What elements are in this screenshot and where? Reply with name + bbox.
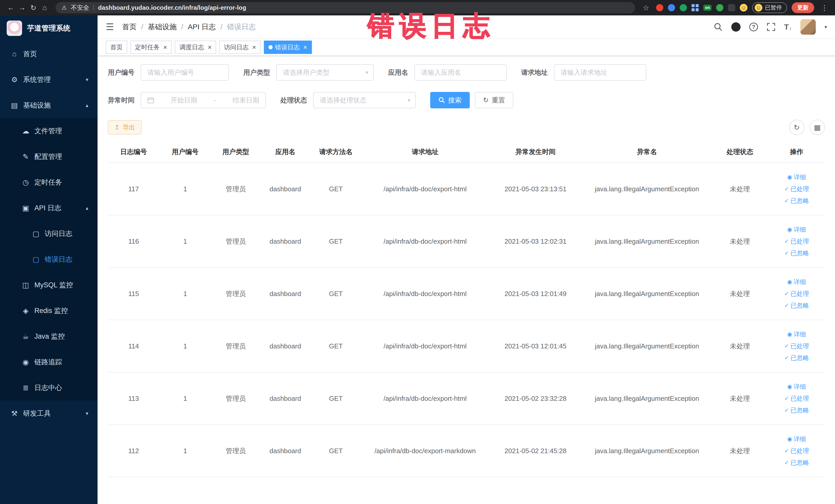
- reset-button[interactable]: ↻ 重置: [475, 92, 513, 108]
- not-secure-label: 不安全: [71, 4, 89, 12]
- back-icon[interactable]: ←: [5, 4, 16, 12]
- ignored-link[interactable]: ✓已忽略: [784, 354, 809, 362]
- user-id-input[interactable]: [141, 64, 229, 81]
- processed-link[interactable]: ✓已处理: [784, 342, 809, 350]
- close-icon[interactable]: ×: [303, 44, 307, 51]
- search-icon[interactable]: [714, 23, 722, 31]
- user-type-select[interactable]: 请选择用户类型 ▾: [276, 64, 374, 81]
- bookmark-star-icon[interactable]: ☆: [640, 4, 651, 12]
- extension-blue-icon[interactable]: [668, 4, 675, 11]
- active-tab-dot: [268, 45, 272, 49]
- detail-link[interactable]: ◉详细: [787, 225, 806, 234]
- collapse-sidebar-icon[interactable]: ☰: [106, 22, 114, 32]
- reload-icon[interactable]: ↻: [28, 4, 39, 12]
- sidebar-item-infrastructure[interactable]: ▤基础设施▴: [0, 93, 98, 118]
- sidebar-item-trace[interactable]: ◉链路追踪: [0, 349, 98, 375]
- detail-link[interactable]: ◉详细: [787, 435, 806, 443]
- processed-link[interactable]: ✓已处理: [784, 237, 809, 245]
- date-range-picker[interactable]: 开始日期 - 结束日期: [141, 92, 266, 108]
- ignored-link[interactable]: ✓已忽略: [784, 249, 809, 257]
- breadcrumb-item[interactable]: 首页: [122, 22, 137, 32]
- cell-user_id: 1: [159, 425, 211, 477]
- table-header-row: 日志编号用户编号用户类型应用名请求方法名请求地址异常发生时间异常名处理状态操作: [108, 141, 825, 163]
- close-icon[interactable]: ×: [208, 44, 211, 51]
- close-icon[interactable]: ×: [163, 44, 167, 51]
- export-button[interactable]: ↥ 导出: [108, 120, 142, 135]
- processed-link[interactable]: ✓已处理: [784, 185, 809, 193]
- avatar-caret-down-icon[interactable]: ▾: [824, 24, 827, 30]
- app-name-input[interactable]: [414, 64, 507, 81]
- sidebar-item-file-mgmt[interactable]: ☁文件管理: [0, 118, 98, 144]
- logo-image: [7, 21, 22, 36]
- detail-link[interactable]: ◉详细: [787, 278, 806, 286]
- extension-on-badge[interactable]: on: [703, 5, 712, 11]
- app-logo[interactable]: 芋道管理系统: [0, 15, 98, 41]
- font-size-icon[interactable]: T↕: [784, 23, 792, 31]
- extension-dark-icon[interactable]: [728, 4, 735, 11]
- processed-link[interactable]: ✓已处理: [784, 447, 809, 455]
- chevron-up-icon: ▴: [86, 102, 88, 108]
- processed-link[interactable]: ✓已处理: [784, 395, 809, 403]
- browser-menu-icon[interactable]: ⋮: [819, 4, 830, 12]
- ignored-link[interactable]: ✓已忽略: [784, 459, 809, 467]
- action-label: 详细: [794, 225, 806, 234]
- address-bar[interactable]: ⚠ 不安全 dashboard.yudao.iocoder.cn/infra/l…: [56, 2, 635, 13]
- extension-green-icon[interactable]: [680, 4, 687, 11]
- tab-access-log[interactable]: 访问日志×: [219, 41, 261, 54]
- columns-icon[interactable]: ▦: [810, 120, 825, 135]
- tab-job[interactable]: 定时任务×: [130, 41, 172, 54]
- avatar[interactable]: [800, 19, 816, 35]
- job-icon: ◷: [22, 178, 30, 187]
- tab-home[interactable]: 首页: [106, 41, 127, 54]
- sidebar-item-home[interactable]: ⌂首页: [0, 41, 98, 67]
- forward-icon[interactable]: →: [16, 4, 28, 12]
- sidebar-item-java-monitor[interactable]: ☕Java 监控: [0, 323, 98, 349]
- process-status-select[interactable]: 请选择处理状态 ▾: [313, 92, 416, 108]
- sidebar-item-mysql-monitor[interactable]: ◫MySQL 监控: [0, 272, 98, 298]
- sidebar-item-label: API 日志: [34, 203, 61, 213]
- ignored-link[interactable]: ✓已忽略: [784, 301, 809, 310]
- github-icon[interactable]: [731, 22, 740, 32]
- request-url-input[interactable]: [554, 64, 646, 81]
- emoji-extension-icon[interactable]: ☺: [740, 4, 748, 12]
- screenshot-root: 错误日志 ← → ↻ ⌂ ⚠ 不安全 dashboard.yudao.iocod…: [0, 0, 835, 504]
- processed-link[interactable]: ✓已处理: [784, 289, 809, 298]
- trace-icon: ◉: [22, 358, 30, 366]
- ignored-link[interactable]: ✓已忽略: [784, 197, 809, 205]
- sidebar-item-system-mgmt[interactable]: ⚙系统管理▾: [0, 67, 98, 93]
- sidebar-item-config-mgmt[interactable]: ✎配置管理: [0, 144, 98, 169]
- chrome-update-button[interactable]: 更新: [792, 2, 814, 13]
- detail-link[interactable]: ◉详细: [787, 383, 806, 391]
- detail-link[interactable]: ◉详细: [787, 330, 806, 338]
- fullscreen-icon[interactable]: [767, 23, 775, 31]
- cell-status: 未处理: [712, 372, 768, 425]
- extension-leaf-icon[interactable]: [716, 4, 724, 11]
- search-button[interactable]: 搜索: [430, 92, 470, 108]
- paused-badge[interactable]: ☺ 已暂停: [752, 2, 787, 13]
- browser-home-icon[interactable]: ⌂: [39, 4, 50, 12]
- detail-link[interactable]: ◉详细: [787, 173, 806, 181]
- help-icon[interactable]: ?: [749, 23, 758, 31]
- sidebar-item-scheduled-jobs[interactable]: ◷定时任务: [0, 169, 98, 195]
- sidebar-item-api-log[interactable]: ▣API 日志▴: [0, 195, 98, 221]
- close-icon[interactable]: ×: [252, 44, 256, 51]
- tab-job-log[interactable]: 调度日志×: [175, 41, 216, 54]
- sidebar-item-access-log[interactable]: ▢访问日志: [0, 221, 98, 246]
- extension-grid-icon[interactable]: [692, 4, 699, 11]
- tab-error-log[interactable]: 错误日志×: [264, 41, 312, 54]
- action-label: 已忽略: [791, 249, 809, 257]
- sidebar-item-error-log[interactable]: ▢错误日志: [0, 246, 98, 272]
- sidebar-item-redis-monitor[interactable]: ◈Redis 监控: [0, 298, 98, 323]
- breadcrumb-item[interactable]: API 日志: [188, 22, 216, 32]
- cell-user_id: 1: [159, 320, 211, 372]
- row-actions: ◉详细✓已处理✓已忽略: [770, 173, 823, 205]
- sidebar-item-log-center[interactable]: ≣日志中心: [0, 375, 98, 401]
- cell-actions: ◉详细✓已处理✓已忽略: [768, 320, 825, 372]
- java-icon: ☕: [22, 332, 30, 341]
- breadcrumb-item[interactable]: 基础设施: [148, 22, 177, 32]
- action-label: 详细: [794, 435, 806, 443]
- refresh-icon[interactable]: ↻: [789, 120, 805, 135]
- ignored-link[interactable]: ✓已忽略: [784, 406, 809, 415]
- sidebar-item-dev-tools[interactable]: ⚒研发工具▾: [0, 401, 98, 426]
- extension-red-icon[interactable]: [656, 4, 663, 11]
